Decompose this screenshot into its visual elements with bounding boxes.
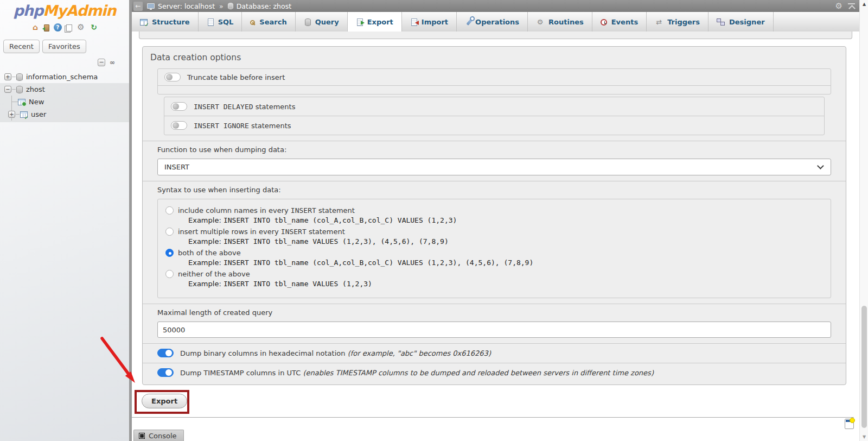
truncate-toggle[interactable]: [164, 73, 181, 81]
server-icon: [147, 3, 155, 9]
logo-myadmin-text: MyAdmin: [43, 2, 116, 19]
radio-option-both[interactable]: both of the above: [165, 249, 823, 257]
scrollbar-down-arrow[interactable]: ▼: [860, 434, 868, 439]
export-button[interactable]: Export: [142, 394, 187, 408]
radio-icon[interactable]: [165, 270, 174, 278]
search-icon: [250, 20, 255, 25]
tab-designer[interactable]: Designer: [709, 12, 774, 32]
logo-php-text: php: [13, 2, 43, 19]
collapse-icon[interactable]: −: [4, 86, 11, 93]
radio-label: neither of the above: [178, 270, 250, 278]
insert-ignore-toggle[interactable]: [171, 121, 187, 130]
insert-delayed-toggle[interactable]: [171, 102, 187, 111]
expand-icon[interactable]: +: [4, 73, 11, 80]
syntax-radio-box: include column names in every INSERT sta…: [157, 199, 831, 298]
dump-timestamp-toggle[interactable]: [157, 368, 174, 377]
tree-item-label: user: [31, 110, 46, 118]
logout-icon[interactable]: [44, 24, 49, 32]
radio-option-neither[interactable]: neither of the above: [165, 270, 823, 278]
divider: [143, 181, 846, 181]
export-page-content: Data creation options Truncate table bef…: [132, 32, 859, 441]
truncate-option-row: Truncate table before insert: [158, 69, 831, 85]
help-icon[interactable]: ?: [54, 23, 62, 32]
back-button[interactable]: ←: [133, 2, 143, 11]
favorites-tab[interactable]: Favorites: [42, 40, 86, 53]
breadcrumb-separator: »: [219, 2, 224, 10]
dump-binary-label: Dump binary columns in hexadecimal notat…: [180, 349, 491, 357]
dump-binary-toggle[interactable]: [157, 349, 174, 357]
tree-connector: [12, 102, 18, 102]
tree-item-label: New: [29, 98, 44, 106]
maxlength-label: Maximal length of created query: [157, 308, 838, 317]
operations-icon: [467, 18, 473, 26]
new-table-icon: [18, 99, 25, 105]
footer-divider: [132, 417, 854, 418]
radio-label: insert multiple rows in every INSERT sta…: [178, 228, 345, 236]
tree-item-information-schema[interactable]: + information_schema: [0, 71, 129, 83]
home-icon[interactable]: ⌂: [31, 23, 40, 32]
tree-connector: [12, 89, 16, 90]
scrollbar-thumb[interactable]: [861, 306, 867, 428]
maxlength-input[interactable]: [157, 322, 831, 338]
tab-sql[interactable]: SQL: [199, 12, 242, 32]
scroll-to-top-icon[interactable]: [848, 3, 855, 9]
breadcrumb-database[interactable]: Database: zhost: [237, 2, 291, 10]
phpmyadmin-logo[interactable]: phpMyAdmin: [0, 0, 129, 19]
tab-query[interactable]: Query: [296, 12, 348, 32]
collapse-all-icon[interactable]: −: [98, 59, 105, 66]
console-label: Console: [149, 432, 177, 440]
example-line: Example: INSERT INTO tbl_name (col_A,col…: [188, 216, 823, 224]
tab-routines[interactable]: ⚙Routines: [528, 12, 592, 32]
tree-connector: [12, 77, 16, 77]
dump-timestamp-label: Dump TIMESTAMP columns in UTC (enables T…: [180, 369, 654, 377]
breadcrumb-server[interactable]: Server: localhost: [158, 2, 215, 10]
truncate-option-box: Truncate table before insert: [157, 68, 831, 94]
settings-icon[interactable]: ⚙: [76, 23, 85, 32]
syntax-label: Syntax to use when inserting data:: [157, 186, 838, 194]
tab-operations[interactable]: Operations: [457, 12, 528, 32]
tree-item-label: information_schema: [26, 73, 98, 81]
tab-structure[interactable]: Structure: [132, 12, 199, 32]
insert-statements-box: INSERT DELAYED statements INSERT IGNORE …: [164, 97, 825, 135]
docs-icon[interactable]: [66, 24, 72, 32]
radio-icon-selected[interactable]: [165, 249, 174, 257]
active-database-group: − zhost New + user: [0, 83, 129, 122]
function-select[interactable]: INSERT: [157, 159, 831, 175]
zhost-children: New + user: [11, 96, 129, 121]
tab-export[interactable]: Export: [348, 12, 402, 32]
tree-item-user-table[interactable]: + user: [12, 108, 129, 121]
scrollbar-up-arrow[interactable]: ▲: [860, 2, 868, 7]
empty-row: [158, 85, 831, 94]
radio-option-include-columns[interactable]: include column names in every INSERT sta…: [165, 206, 823, 215]
refresh-icon[interactable]: ↻: [90, 23, 98, 32]
link-with-main-icon[interactable]: ∞: [110, 59, 115, 66]
console-button[interactable]: Console: [133, 430, 184, 441]
tree-item-new-table[interactable]: New: [12, 96, 129, 108]
triggers-icon: ⇄: [655, 18, 663, 26]
recent-tab[interactable]: Recent: [3, 40, 40, 53]
dump-timestamp-row: Dump TIMESTAMP columns in UTC (enables T…: [143, 363, 846, 377]
page-related-settings-icon[interactable]: [845, 419, 854, 429]
tree-connector: [16, 114, 20, 115]
expand-icon[interactable]: +: [8, 111, 15, 118]
radio-icon[interactable]: [165, 206, 174, 215]
radio-icon[interactable]: [165, 228, 174, 236]
phpmyadmin-app: phpMyAdmin ⌂ ? ⚙ ↻ Recent Favorites − ∞ …: [0, 0, 868, 441]
vertical-scrollbar[interactable]: ▲ ▼: [859, 0, 868, 441]
function-label: Function to use when dumping data:: [157, 146, 838, 154]
structure-icon: [140, 19, 148, 26]
tab-events[interactable]: Events: [592, 12, 647, 32]
tree-item-zhost[interactable]: − zhost: [0, 83, 129, 96]
function-select-value: INSERT: [164, 163, 189, 171]
database-icon: [228, 3, 233, 9]
navigation-sidebar: phpMyAdmin ⌂ ? ⚙ ↻ Recent Favorites − ∞ …: [0, 0, 129, 441]
page-settings-icon[interactable]: ⚙: [835, 1, 843, 11]
section-title: Data creation options: [150, 53, 838, 62]
breadcrumb-bar: ← Server: localhost » Database: zhost ⚙: [132, 0, 859, 12]
table-icon: [20, 111, 28, 118]
chevron-down-icon: [817, 162, 824, 169]
tab-triggers[interactable]: ⇄Triggers: [647, 12, 709, 32]
tab-import[interactable]: Import: [402, 12, 457, 32]
tab-search[interactable]: Search: [242, 12, 295, 32]
radio-option-multiple-rows[interactable]: insert multiple rows in every INSERT sta…: [165, 228, 823, 236]
